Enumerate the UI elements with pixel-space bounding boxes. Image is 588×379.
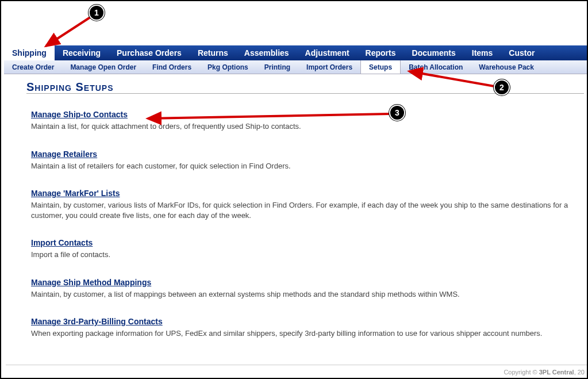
subtab-setups[interactable]: Setups — [360, 60, 401, 74]
link-manage-markfor-lists[interactable]: Manage 'MarkFor' Lists — [31, 189, 120, 198]
tab-items[interactable]: Items — [464, 45, 501, 60]
subtab-pkg-options[interactable]: Pkg Options — [199, 60, 256, 74]
footer-copyright: Copyright © — [504, 369, 539, 376]
footer: Copyright © 3PL Central, 20 — [504, 369, 585, 376]
link-manage-ship-method-mappings[interactable]: Manage Ship Method Mappings — [31, 278, 151, 287]
section-manage-ship-method-mappings: Manage Ship Method Mappings Maintain, by… — [31, 277, 570, 300]
annotation-arrow-2 — [403, 68, 501, 91]
annotation-marker-1: 1 — [89, 5, 105, 21]
tab-returns[interactable]: Returns — [190, 45, 236, 60]
page-title: Shipping Setups — [26, 81, 113, 94]
section-import-contacts: Import Contacts Import a file of contact… — [31, 238, 570, 260]
tab-documents[interactable]: Documents — [404, 45, 464, 60]
footer-brand: 3PL Central — [539, 369, 574, 376]
svg-line-1 — [409, 71, 494, 86]
annotation-marker-2: 2 — [494, 79, 510, 95]
annotation-marker-3: 3 — [389, 105, 405, 121]
desc-manage-ship-method-mappings: Maintain, by customer, a list of mapping… — [31, 289, 570, 300]
svg-line-2 — [148, 114, 389, 118]
link-import-contacts[interactable]: Import Contacts — [31, 238, 93, 247]
desc-import-contacts: Import a file of contacts. — [31, 250, 570, 260]
content-area: Manage Ship-to Contacts Maintain a list,… — [31, 109, 570, 356]
subtab-printing[interactable]: Printing — [256, 60, 298, 74]
link-manage-retailers[interactable]: Manage Retailers — [31, 150, 97, 159]
annotation-arrow-3 — [142, 110, 395, 122]
subtab-manage-open-order[interactable]: Manage Open Order — [62, 60, 144, 74]
tab-customers-truncated[interactable]: Custor — [501, 45, 543, 60]
link-manage-shipto-contacts[interactable]: Manage Ship-to Contacts — [31, 110, 128, 119]
annotation-arrow-1 — [36, 13, 99, 53]
footer-rule — [6, 365, 587, 365]
section-manage-markfor-lists: Manage 'MarkFor' Lists Maintain, by cust… — [31, 188, 570, 220]
footer-tail: , 20 — [574, 369, 585, 376]
desc-manage-retailers: Maintain a list of retailers for each cu… — [31, 161, 570, 171]
tab-adjustment[interactable]: Adjustment — [297, 45, 358, 60]
desc-manage-markfor-lists: Maintain, by customer, various lists of … — [31, 200, 570, 220]
subtab-create-order[interactable]: Create Order — [4, 60, 62, 74]
tab-assemblies[interactable]: Assemblies — [236, 45, 297, 60]
section-manage-3rd-party-billing: Manage 3rd-Party-Billing Contacts When e… — [31, 316, 570, 339]
tab-reports[interactable]: Reports — [358, 45, 404, 60]
desc-manage-3rd-party-billing: When exporting package information for U… — [31, 328, 570, 339]
subtab-import-orders[interactable]: Import Orders — [298, 60, 360, 74]
subtab-find-orders[interactable]: Find Orders — [144, 60, 199, 74]
desc-manage-shipto-contacts: Maintain a list, for quick attachment to… — [31, 121, 570, 132]
tab-purchase-orders[interactable]: Purchase Orders — [109, 45, 190, 60]
svg-line-0 — [46, 17, 90, 46]
link-manage-3rd-party-billing[interactable]: Manage 3rd-Party-Billing Contacts — [31, 317, 163, 326]
section-manage-retailers: Manage Retailers Maintain a list of reta… — [31, 149, 570, 171]
